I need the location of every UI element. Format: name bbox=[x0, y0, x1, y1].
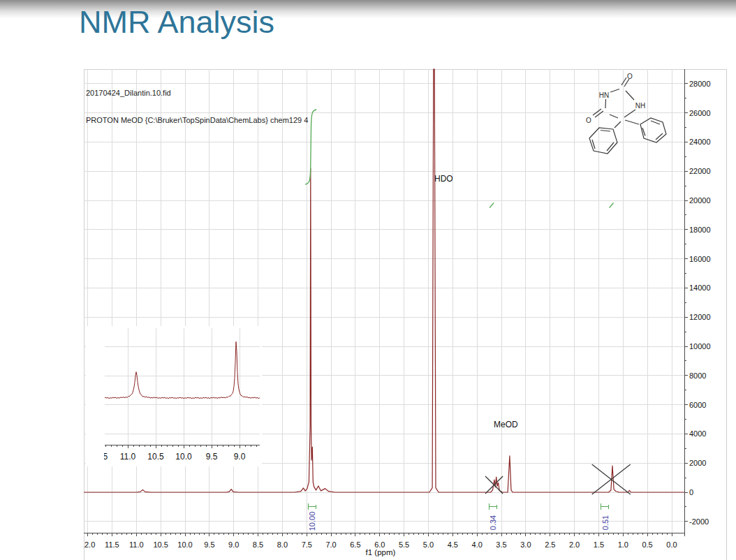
atom-label-nh: NH bbox=[635, 102, 645, 110]
atom-label-hn: HN bbox=[599, 91, 609, 99]
svg-text:20000: 20000 bbox=[689, 196, 711, 205]
svg-text:8.0: 8.0 bbox=[277, 540, 288, 549]
svg-text:9.0: 9.0 bbox=[234, 452, 246, 462]
svg-text:1.5: 1.5 bbox=[594, 540, 604, 549]
x-axis-title: f1 (ppm) bbox=[351, 548, 410, 557]
svg-text:10000: 10000 bbox=[689, 342, 711, 351]
svg-text:9.5: 9.5 bbox=[206, 452, 218, 462]
svg-text:10.0: 10.0 bbox=[175, 452, 192, 462]
bond bbox=[614, 121, 621, 128]
svg-text:4.0: 4.0 bbox=[472, 540, 483, 549]
meod-annotation: MeOD bbox=[494, 420, 518, 429]
svg-text:22000: 22000 bbox=[689, 167, 711, 175]
svg-text:10.5: 10.5 bbox=[147, 452, 164, 462]
svg-text:0: 0 bbox=[689, 488, 693, 496]
svg-text:8000: 8000 bbox=[689, 371, 706, 380]
svg-text:0.0: 0.0 bbox=[666, 540, 677, 549]
bond bbox=[624, 110, 635, 117]
integral-value-1ppm: 0.51 bbox=[601, 508, 610, 538]
svg-text:11.0: 11.0 bbox=[120, 452, 136, 462]
page-root: { "page": { "title": "NMR Analysis" }, "… bbox=[0, 0, 736, 560]
svg-text:6000: 6000 bbox=[689, 401, 706, 409]
svg-text:3.0: 3.0 bbox=[520, 540, 531, 549]
svg-text:12000: 12000 bbox=[689, 313, 711, 321]
svg-text:18000: 18000 bbox=[689, 226, 711, 234]
cross-marks bbox=[485, 464, 631, 494]
svg-text:7.0: 7.0 bbox=[325, 540, 336, 549]
svg-text:5.0: 5.0 bbox=[423, 540, 434, 549]
svg-text:11.0: 11.0 bbox=[129, 540, 144, 549]
phenyl-double-bonds bbox=[592, 131, 614, 152]
y-tick-labels: 2800026000240002200020000180001600014000… bbox=[689, 80, 711, 526]
svg-text:9.5: 9.5 bbox=[204, 540, 214, 549]
atom-label-o2: O bbox=[586, 117, 591, 124]
svg-text:4000: 4000 bbox=[689, 429, 706, 438]
svg-text:3.5: 3.5 bbox=[496, 540, 506, 549]
svg-text:-2000: -2000 bbox=[689, 517, 709, 526]
svg-text:16000: 16000 bbox=[689, 255, 711, 263]
svg-text:2.5: 2.5 bbox=[545, 540, 555, 549]
atom-label-o: O bbox=[627, 73, 633, 80]
bond bbox=[626, 91, 634, 100]
integral-slashes bbox=[490, 203, 614, 208]
svg-text:8.5: 8.5 bbox=[253, 540, 263, 549]
bond bbox=[605, 99, 606, 108]
svg-text:24000: 24000 bbox=[689, 138, 711, 146]
svg-text:14000: 14000 bbox=[689, 283, 711, 292]
svg-text:28000: 28000 bbox=[689, 80, 711, 88]
svg-text:10.0: 10.0 bbox=[177, 540, 192, 549]
phenyl-ring bbox=[589, 128, 617, 154]
svg-text:9.0: 9.0 bbox=[228, 540, 239, 549]
svg-text:2000: 2000 bbox=[689, 459, 706, 467]
svg-text:26000: 26000 bbox=[689, 109, 711, 117]
svg-text:10.5: 10.5 bbox=[153, 540, 168, 549]
bond bbox=[610, 89, 619, 93]
spectrum-experiment-line: PROTON MeOD {C:\Bruker\TopSpinData\ChemL… bbox=[86, 116, 308, 125]
inset-plot: 11.511.010.510.09.59.0 bbox=[86, 326, 262, 466]
svg-text:2.0: 2.0 bbox=[569, 540, 580, 549]
integral-brackets bbox=[308, 503, 609, 510]
integral-value-3ppm: 0.34 bbox=[489, 508, 498, 538]
svg-text:11.5: 11.5 bbox=[105, 540, 119, 549]
svg-text:12.0: 12.0 bbox=[80, 540, 95, 549]
molecule-structure: O HN NH O bbox=[578, 69, 684, 165]
bond bbox=[625, 120, 639, 124]
integral-value-aromatic: 10.00 bbox=[308, 506, 317, 537]
svg-text:0.5: 0.5 bbox=[642, 540, 652, 549]
bond bbox=[610, 115, 618, 118]
svg-text:4.5: 4.5 bbox=[448, 540, 458, 549]
svg-text:7.5: 7.5 bbox=[302, 540, 312, 549]
carbonyl-double-bond bbox=[593, 109, 603, 117]
spectrum-header: 20170424_Dilantin.10.fid PROTON MeOD {C:… bbox=[86, 71, 308, 134]
hdo-annotation: HDO bbox=[434, 174, 453, 184]
spectrum-filename: 20170424_Dilantin.10.fid bbox=[86, 89, 308, 98]
svg-text:1.0: 1.0 bbox=[618, 540, 628, 549]
phenyl-double-bonds bbox=[642, 121, 663, 140]
